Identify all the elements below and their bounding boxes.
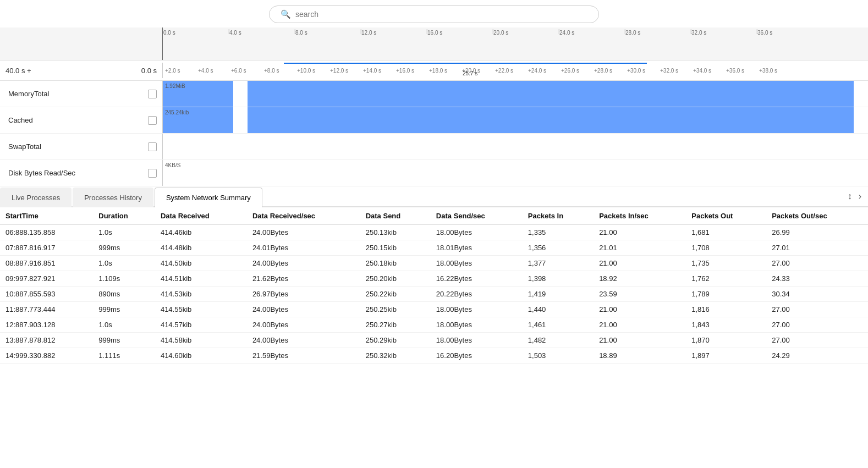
metric-row: Cached245.24kib: [0, 107, 868, 134]
table-cell: 16.22Bytes: [431, 271, 523, 287]
table-cell: 09:997.827.921: [0, 271, 93, 287]
table-cell: 999ms: [93, 302, 155, 317]
mini-ruler: +2.0 s+4.0 s+6.0 s+8.0 s+10.0 s+12.0 s+1…: [165, 68, 792, 74]
table-col-header[interactable]: Data Send: [360, 207, 431, 225]
tab-history[interactable]: Processes History: [73, 188, 153, 207]
table-cell: 414.58kib: [155, 333, 247, 348]
table-cell: 414.60kib: [155, 348, 247, 364]
metrics-area: MemoryTotal1.92MiBCached245.24kibSwapTot…: [0, 81, 868, 186]
table-col-header[interactable]: Packets Out: [686, 207, 766, 225]
table-cell: 250.13kib: [360, 225, 431, 240]
table-cell: 1,482: [523, 333, 594, 348]
table-cell: 1.0s: [93, 317, 155, 333]
table-cell: 1,708: [686, 240, 766, 256]
table-cell: 08:887.916.851: [0, 256, 93, 271]
metric-label: Disk Bytes Read/Sec: [8, 169, 75, 177]
table-cell: 1,440: [523, 302, 594, 317]
tab-live[interactable]: Live Processes: [0, 188, 72, 207]
table-col-header[interactable]: Data Send/sec: [431, 207, 523, 225]
table-cell: 16.20Bytes: [431, 348, 523, 364]
table-row: 08:887.916.8511.0s414.50kib24.00Bytes250…: [0, 256, 868, 271]
table-cell: 30.34: [766, 287, 868, 302]
metric-bar: [163, 107, 854, 133]
table-cell: 10:887.855.593: [0, 287, 93, 302]
ruler-tick: 4.0 s: [228, 30, 294, 36]
table-cell: 414.57kib: [155, 317, 247, 333]
tabs-actions: ↕ ›: [845, 190, 868, 202]
mini-ruler-tick: +6.0 s: [231, 68, 264, 74]
table-col-header[interactable]: StartTime: [0, 207, 93, 225]
mini-ruler-tick: +10.0 s: [297, 68, 330, 74]
table-cell: 24.00Bytes: [247, 302, 360, 317]
table-col-header[interactable]: Packets Out/sec: [766, 207, 868, 225]
table-cell: 250.25kib: [360, 302, 431, 317]
table-cell: 27.01: [766, 240, 868, 256]
tabs-left: Live ProcessesProcesses HistorySystem Ne…: [0, 186, 263, 206]
table-cell: 13:887.878.812: [0, 333, 93, 348]
metric-checkbox[interactable]: [148, 169, 157, 178]
table-cell: 21.00: [594, 256, 686, 271]
network-table: StartTimeDurationData ReceivedData Recei…: [0, 207, 868, 364]
table-cell: 1,816: [686, 302, 766, 317]
table-cell: 18.00Bytes: [431, 317, 523, 333]
table-cell: 250.20kib: [360, 271, 431, 287]
table-col-header[interactable]: Packets In: [523, 207, 594, 225]
table-cell: 21.00: [594, 333, 686, 348]
table-row: 09:997.827.9211.109s414.51kib21.62Bytes2…: [0, 271, 868, 287]
table-row: 14:999.330.8821.111s414.60kib21.59Bytes2…: [0, 348, 868, 364]
metric-label: SwapTotal: [8, 142, 41, 151]
table-cell: 414.46kib: [155, 225, 247, 240]
time-range-left: 40.0 s +: [6, 67, 31, 75]
table-cell: 18.00Bytes: [431, 225, 523, 240]
table-cell: 250.32kib: [360, 348, 431, 364]
table-container[interactable]: StartTimeDurationData ReceivedData Recei…: [0, 207, 868, 468]
table-cell: 1,503: [523, 348, 594, 364]
table-cell: 24.00Bytes: [247, 333, 360, 348]
table-cell: 18.00Bytes: [431, 256, 523, 271]
metric-checkbox[interactable]: [148, 116, 157, 125]
ruler-tick: 24.0 s: [558, 30, 624, 36]
table-cell: 11:887.773.444: [0, 302, 93, 317]
table-cell: 414.50kib: [155, 256, 247, 271]
tab-network[interactable]: System Network Summary: [155, 188, 262, 207]
table-cell: 1,735: [686, 256, 766, 271]
table-cell: 999ms: [93, 240, 155, 256]
mini-ruler-tick: +2.0 s: [165, 68, 198, 74]
table-cell: 1,681: [686, 225, 766, 240]
table-cell: 21.00: [594, 317, 686, 333]
table-row: 07:887.816.917999ms414.48kib24.01Bytes25…: [0, 240, 868, 256]
search-bar: 🔍: [269, 5, 599, 23]
table-cell: 18.00Bytes: [431, 333, 523, 348]
search-input[interactable]: [295, 10, 587, 19]
metric-bar-dip: [233, 107, 248, 133]
table-cell: 1.0s: [93, 225, 155, 240]
chevron-right-button[interactable]: ›: [856, 190, 864, 202]
table-col-header[interactable]: Data Received/sec: [247, 207, 360, 225]
table-cell: 250.29kib: [360, 333, 431, 348]
metric-bar: [163, 81, 854, 107]
mini-ruler-tick: +38.0 s: [759, 68, 792, 74]
sort-button[interactable]: ↕: [845, 190, 854, 202]
ruler-tick: 36.0 s: [756, 30, 822, 36]
metric-checkbox[interactable]: [148, 142, 157, 151]
table-col-header[interactable]: Duration: [93, 207, 155, 225]
table-row: 06:888.135.8581.0s414.46kib24.00Bytes250…: [0, 225, 868, 240]
table-col-header[interactable]: Data Received: [155, 207, 247, 225]
table-cell: 18.89: [594, 348, 686, 364]
metric-checkbox[interactable]: [148, 90, 157, 98]
metric-label-area: Disk Bytes Read/Sec: [0, 169, 162, 178]
table-cell: 414.55kib: [155, 302, 247, 317]
table-cell: 1,843: [686, 317, 766, 333]
table-cell: 07:887.816.917: [0, 240, 93, 256]
table-cell: 24.00Bytes: [247, 225, 360, 240]
metric-row: Disk Bytes Read/Sec4KB/S: [0, 160, 868, 186]
controls-timeline[interactable]: +2.0 s+4.0 s+6.0 s+8.0 s+10.0 s+12.0 s+1…: [162, 63, 868, 78]
ruler-tick: 12.0 s: [360, 30, 426, 36]
tabs-row: Live ProcessesProcesses HistorySystem Ne…: [0, 186, 868, 207]
table-cell: 250.18kib: [360, 256, 431, 271]
mini-ruler-tick: +12.0 s: [330, 68, 363, 74]
table-col-header[interactable]: Packets In/sec: [594, 207, 686, 225]
table-cell: 26.99: [766, 225, 868, 240]
table-cell: 21.00: [594, 225, 686, 240]
table-cell: 250.27kib: [360, 317, 431, 333]
